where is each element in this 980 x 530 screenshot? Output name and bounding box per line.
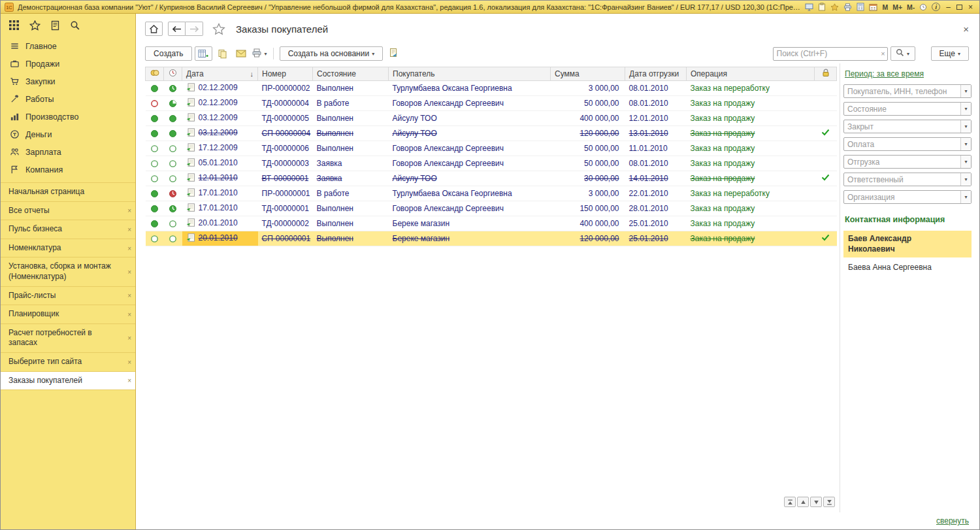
favorites-icon[interactable] bbox=[29, 20, 41, 31]
customer-filter-input[interactable] bbox=[843, 84, 972, 98]
list-settings-button[interactable] bbox=[195, 46, 212, 61]
create-button[interactable]: Создать bbox=[145, 46, 192, 61]
column-header-operation[interactable]: Операция bbox=[687, 67, 815, 81]
chevron-down-icon[interactable]: ▾ bbox=[960, 85, 971, 97]
close-icon[interactable]: × bbox=[127, 244, 131, 252]
contact-item[interactable]: Баев Александр Николаевич bbox=[843, 231, 972, 257]
calculator-icon[interactable] bbox=[857, 3, 864, 11]
order-row[interactable]: 20.01.2010СП-00000001ВыполненБереке мага… bbox=[146, 231, 837, 246]
sidebar-page-nomenclature[interactable]: Номенклатура× bbox=[1, 239, 135, 257]
order-row[interactable]: 03.12.2009СП-00000004ВыполненАйсулу ТОО1… bbox=[146, 126, 837, 141]
column-header-lock[interactable] bbox=[815, 67, 837, 81]
favorites-star-icon[interactable] bbox=[830, 3, 839, 11]
search-icon[interactable] bbox=[70, 20, 80, 31]
sidebar-page-stock-needs[interactable]: Расчет потребностей в запасах× bbox=[1, 323, 135, 352]
search-input[interactable] bbox=[773, 47, 888, 61]
sidebar-page-customer-orders[interactable]: Заказы покупателей× bbox=[1, 371, 135, 391]
column-header-date[interactable]: Дата↓ bbox=[182, 67, 258, 81]
order-row[interactable]: 20.01.2010ТД-00000002ВыполненБереке мага… bbox=[146, 216, 837, 231]
list-last-button[interactable] bbox=[823, 497, 835, 507]
list-prev-button[interactable] bbox=[797, 497, 809, 507]
sidebar-section-main[interactable]: Главное bbox=[1, 37, 135, 55]
state-filter-input[interactable] bbox=[843, 102, 972, 116]
sidebar-section-company[interactable]: Компания bbox=[1, 161, 135, 178]
favorite-star-icon[interactable] bbox=[212, 23, 225, 35]
sidebar-section-money[interactable]: Деньги bbox=[1, 125, 135, 143]
calendar-icon[interactable] bbox=[869, 3, 877, 11]
reports-button[interactable] bbox=[385, 46, 401, 61]
history-icon[interactable] bbox=[50, 20, 60, 31]
clipboard-icon[interactable] bbox=[818, 3, 826, 11]
order-row[interactable]: 02.12.2009ПР-00000002ВыполненТурлумбаева… bbox=[146, 81, 837, 96]
sidebar-section-works[interactable]: Работы bbox=[1, 90, 135, 108]
chevron-down-icon[interactable]: ▾ bbox=[960, 138, 971, 150]
alarm-icon[interactable] bbox=[919, 3, 927, 11]
sidebar-section-salary[interactable]: Зарплата bbox=[1, 143, 135, 161]
column-header-ship-date[interactable]: Дата отгрузки bbox=[625, 67, 687, 81]
payment-filter-input[interactable] bbox=[843, 137, 972, 151]
list-next-button[interactable] bbox=[810, 497, 822, 507]
info-icon[interactable]: i bbox=[932, 3, 940, 11]
order-row[interactable]: 12.01.2010ВТ-00000001ЗаявкаАйсулу ТОО30 … bbox=[146, 171, 837, 186]
close-icon[interactable]: × bbox=[127, 376, 131, 385]
sidebar-section-purchases[interactable]: Закупки bbox=[1, 73, 135, 90]
sidebar-page-home[interactable]: Начальная страница bbox=[1, 182, 135, 201]
calc-memory-plus-button[interactable]: M+ bbox=[892, 3, 902, 11]
search-button[interactable]: ▾ bbox=[890, 46, 915, 61]
order-row[interactable]: 17.12.2009ТД-00000006ВыполненГоворов Але… bbox=[146, 141, 837, 156]
contact-item[interactable]: Баева Анна Сергеевна bbox=[843, 259, 972, 276]
column-header-payment-status[interactable] bbox=[146, 67, 164, 81]
sidebar-section-production[interactable]: Производство bbox=[1, 108, 135, 125]
sidebar-page-business-pulse[interactable]: Пульс бизнеса× bbox=[1, 220, 135, 239]
calc-memory-button[interactable]: M bbox=[882, 3, 888, 11]
close-icon[interactable]: × bbox=[127, 207, 131, 215]
chevron-down-icon[interactable]: ▾ bbox=[960, 120, 971, 133]
close-icon[interactable]: × bbox=[127, 267, 131, 276]
closed-filter-input[interactable] bbox=[843, 120, 972, 133]
desktop-icon[interactable] bbox=[805, 3, 813, 11]
close-icon[interactable]: × bbox=[127, 334, 131, 342]
print-button[interactable]: ▾ bbox=[252, 46, 267, 61]
close-icon[interactable]: × bbox=[127, 310, 131, 318]
responsible-filter-input[interactable] bbox=[843, 173, 972, 186]
sidebar-page-all-reports[interactable]: Все отчеты× bbox=[1, 201, 135, 220]
maximize-button[interactable] bbox=[956, 5, 962, 10]
column-header-number[interactable]: Номер bbox=[258, 67, 313, 81]
sidebar-page-install-assembly[interactable]: Установка, сборка и монтаж (Номенклатура… bbox=[1, 257, 135, 286]
close-icon[interactable]: × bbox=[127, 357, 131, 366]
list-first-button[interactable] bbox=[784, 497, 796, 507]
apps-grid-icon[interactable] bbox=[8, 20, 20, 31]
shipment-filter-input[interactable] bbox=[843, 155, 972, 169]
copy-button[interactable] bbox=[215, 46, 231, 61]
sidebar-page-site-type[interactable]: Выберите тип сайта× bbox=[1, 352, 135, 371]
chevron-down-icon[interactable]: ▾ bbox=[960, 103, 971, 115]
chevron-down-icon[interactable]: ▾ bbox=[960, 191, 971, 203]
home-button[interactable] bbox=[145, 22, 163, 36]
close-icon[interactable]: × bbox=[127, 291, 131, 300]
column-header-customer[interactable]: Покупатель bbox=[389, 67, 551, 81]
column-header-shipment-status[interactable] bbox=[164, 67, 182, 81]
chevron-down-icon[interactable]: ▾ bbox=[960, 173, 971, 186]
more-button[interactable]: Еще▾ bbox=[931, 46, 969, 61]
calc-memory-minus-button[interactable]: M- bbox=[907, 3, 915, 11]
minimize-button[interactable]: – bbox=[945, 3, 952, 12]
organization-filter-input[interactable] bbox=[843, 190, 972, 204]
print-icon[interactable] bbox=[843, 3, 852, 11]
order-row[interactable]: 03.12.2009ТД-00000005ВыполненАйсулу ТОО4… bbox=[146, 111, 837, 126]
email-button[interactable] bbox=[233, 46, 249, 61]
close-icon[interactable]: × bbox=[127, 225, 131, 233]
collapse-link[interactable]: свернуть bbox=[936, 516, 969, 525]
back-button[interactable] bbox=[168, 22, 186, 36]
close-window-button[interactable]: × bbox=[967, 3, 974, 12]
period-link[interactable]: Период: за все время bbox=[845, 69, 924, 78]
order-row[interactable]: 17.01.2010ПР-00000001В работеТурлумбаева… bbox=[146, 186, 837, 201]
forward-button[interactable] bbox=[186, 22, 203, 36]
order-row[interactable]: 17.01.2010ТД-00000001ВыполненГоворов Але… bbox=[146, 201, 837, 216]
sidebar-section-sales[interactable]: Продажи bbox=[1, 55, 135, 73]
column-header-state[interactable]: Состояние bbox=[313, 67, 389, 81]
sidebar-page-price-lists[interactable]: Прайс-листы× bbox=[1, 286, 135, 305]
close-form-icon[interactable]: × bbox=[963, 24, 969, 35]
order-row[interactable]: 02.12.2009ТД-00000004В работеГоворов Але… bbox=[146, 96, 837, 111]
create-based-on-button[interactable]: Создать на основании▾ bbox=[280, 46, 384, 61]
column-header-sum[interactable]: Сумма bbox=[551, 67, 625, 81]
